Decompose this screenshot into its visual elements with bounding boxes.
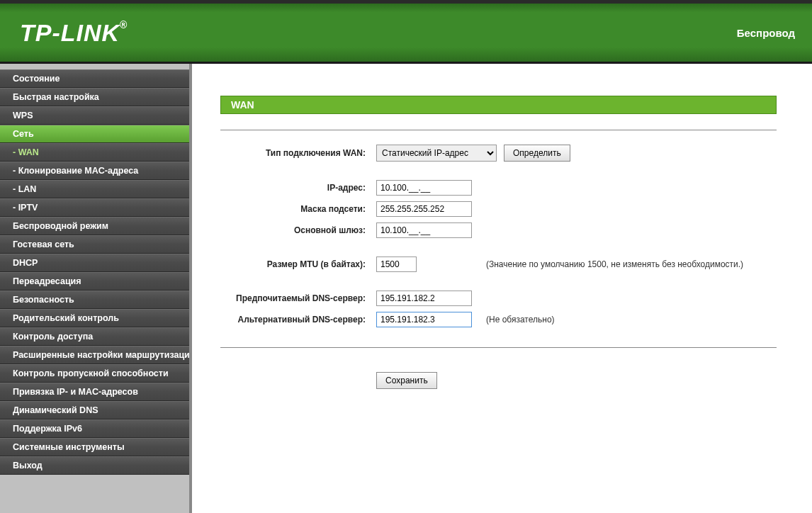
ip-input[interactable] [376,180,472,196]
mtu-input[interactable] [376,256,417,272]
dns1-input[interactable] [376,291,472,306]
gateway-label: Основной шлюз: [220,220,373,241]
dns2-input[interactable] [376,312,472,327]
sidebar-item-dhcp[interactable]: DHCP [0,254,189,272]
brand-logo: TP-LINK® [20,19,128,47]
page-title: WAN [220,96,777,114]
sidebar-item-access[interactable]: Контроль доступа [0,327,189,346]
wan-form: Тип подключения WAN: Статический IP-адре… [220,142,777,330]
sidebar: Состояние Быстрая настройка WPS Сеть - W… [0,64,192,513]
sidebar-item-logout[interactable]: Выход [0,456,189,475]
logo-text: TP-LINK [20,19,120,46]
sidebar-item-parental[interactable]: Родительский контроль [0,309,189,327]
sidebar-item-routing[interactable]: Расширенные настройки маршрутизации [0,346,189,364]
header: TP-LINK® Беспровод [0,0,812,64]
sidebar-item-ipv6[interactable]: Поддержка IPv6 [0,419,189,438]
sidebar-item-ddns[interactable]: Динамический DNS [0,401,189,419]
divider [220,347,777,348]
dns2-label: Альтернативный DNS-сервер: [220,309,373,330]
content-pane: WAN Тип подключения WAN: Статический IP-… [192,64,812,513]
sidebar-item-wps[interactable]: WPS [0,106,189,125]
sidebar-item-iptv[interactable]: - IPTV [0,198,189,217]
sidebar-item-mac-clone[interactable]: - Клонирование MAC-адреса [0,162,189,180]
save-button[interactable]: Сохранить [376,372,437,389]
detect-button[interactable]: Определить [504,145,570,162]
mtu-label: Размер MTU (в байтах): [220,254,373,275]
sidebar-item-quick-setup[interactable]: Быстрая настройка [0,88,189,106]
sidebar-item-bandwidth[interactable]: Контроль пропускной способности [0,364,189,383]
gateway-input[interactable] [376,222,472,238]
header-model-text: Беспровод [737,27,795,39]
mtu-hint: (Значение по умолчанию 1500, не изменять… [479,254,777,275]
registered-icon: ® [120,19,128,30]
sidebar-item-security[interactable]: Безопасность [0,291,189,309]
sidebar-item-system-tools[interactable]: Системные инструменты [0,438,189,456]
dns1-label: Предпочитаемый DNS-сервер: [220,288,373,309]
sidebar-item-lan[interactable]: - LAN [0,180,189,198]
sidebar-item-ip-mac[interactable]: Привязка IP- и MAC-адресов [0,383,189,401]
wan-type-select[interactable]: Статический IP-адрес [376,145,497,162]
sidebar-item-wireless[interactable]: Беспроводной режим [0,217,189,235]
wan-type-label: Тип подключения WAN: [220,142,373,164]
sidebar-item-network[interactable]: Сеть [0,125,189,143]
sidebar-item-forwarding[interactable]: Переадресация [0,272,189,291]
divider [220,130,777,130]
sidebar-item-guest[interactable]: Гостевая сеть [0,235,189,254]
ip-label: IP-адрес: [220,177,373,198]
sidebar-item-status[interactable]: Состояние [0,69,189,88]
sidebar-item-wan[interactable]: - WAN [0,143,189,162]
dns2-hint: (Не обязательно) [479,309,777,330]
mask-input[interactable] [376,201,472,217]
mask-label: Маска подсети: [220,198,373,220]
